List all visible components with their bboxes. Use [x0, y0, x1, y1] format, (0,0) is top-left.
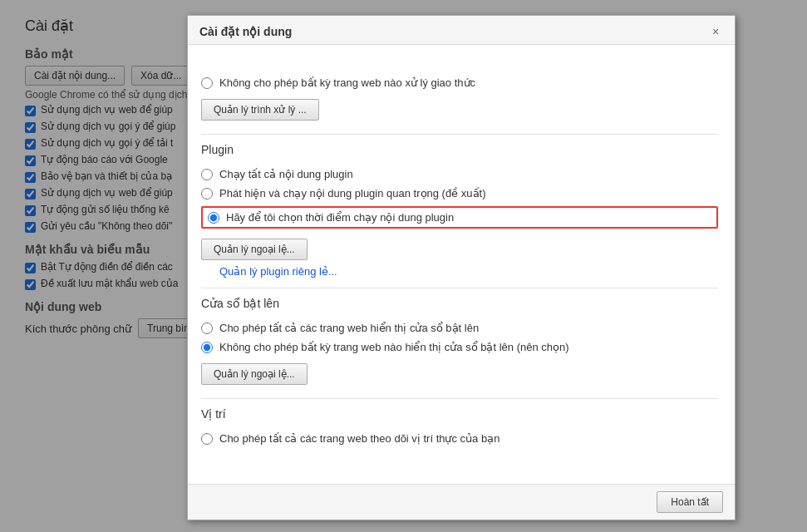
location-section-heading: Vị trí [201, 407, 718, 424]
section-heading-protocol [201, 65, 718, 68]
radio-allow-popup: Cho phép tất cả các trang web hiển thị c… [201, 322, 718, 334]
modal-footer: Hoàn tất [188, 484, 735, 520]
divider-3 [201, 398, 718, 399]
plugin-section-heading: Plugin [201, 143, 718, 160]
radio-detect-plugin: Phát hiện và chạy nội dung plugin quan t… [201, 187, 718, 200]
radio-no-protocol: Không cho phép bất kỳ trang web nào xử l… [201, 76, 718, 89]
radio-allow-popup-input[interactable] [201, 323, 213, 334]
done-button[interactable]: Hoàn tất [657, 491, 723, 513]
content-settings-modal: Cài đặt nội dung × Không cho phép bất kỳ… [187, 15, 736, 520]
divider-1 [201, 134, 718, 135]
manage-plugin-exception-button[interactable]: Quản lý ngoại lệ... [201, 239, 308, 260]
radio-allow-location: Cho phép tất cả các trang web theo dõi v… [201, 432, 718, 445]
modal-close-button[interactable]: × [708, 24, 723, 39]
radio-run-all-input[interactable] [201, 169, 213, 180]
spacer [201, 451, 718, 476]
radio-choose-input[interactable] [208, 212, 219, 224]
modal-body: Không cho phép bất kỳ trang web nào xử l… [188, 45, 735, 484]
radio-choose-plugin-row: Hãy để tôi chọn thời điểm chạy nội dung … [201, 206, 718, 229]
radio-run-all-plugin: Chạy tất cả nội dung plugin [201, 168, 718, 180]
divider-2 [201, 288, 718, 288]
popup-section-heading: Cửa sổ bật lên [201, 297, 718, 313]
radio-detect-input[interactable] [201, 188, 213, 200]
radio-no-protocol-input[interactable] [201, 77, 213, 89]
manage-plugin-individual-link[interactable]: Quản lý plugin riêng lẻ... [219, 265, 718, 278]
radio-block-popup-input[interactable] [201, 342, 213, 353]
modal-title: Cài đặt nội dung [199, 25, 292, 38]
manage-handler-button[interactable]: Quản lý trình xử lý ... [201, 99, 319, 121]
radio-block-popup: Không cho phép bất kỳ trang web nào hiển… [201, 341, 718, 353]
manage-popup-exception-button[interactable]: Quản lý ngoại lệ... [201, 363, 308, 385]
radio-allow-location-input[interactable] [201, 433, 213, 445]
modal-titlebar: Cài đặt nội dung × [188, 16, 735, 45]
